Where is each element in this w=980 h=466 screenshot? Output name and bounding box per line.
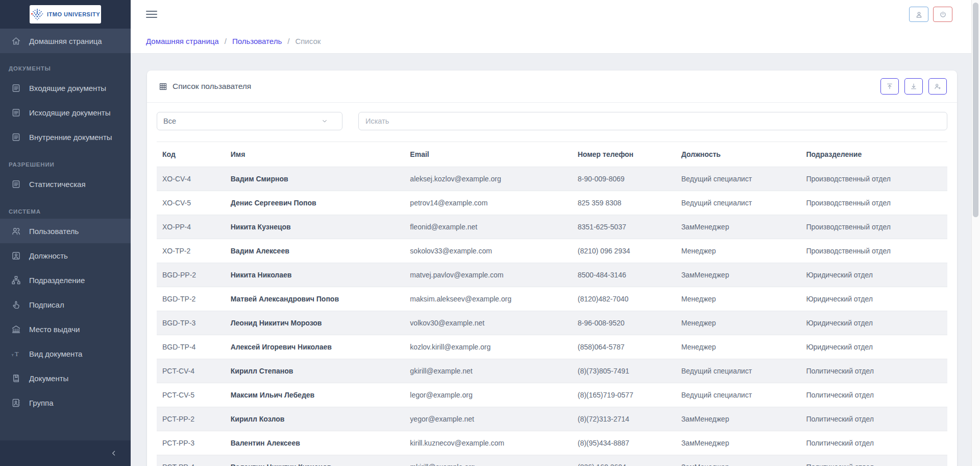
sidebar-section-label: СИСТЕМА	[9, 208, 131, 215]
sidebar-item-statistical[interactable]: Статистическая	[0, 172, 131, 196]
table-row[interactable]: BGD-TP-4Алексей Игоревич Николаевkozlov.…	[157, 335, 947, 359]
column-header-position[interactable]: Должность	[676, 142, 801, 167]
table-row[interactable]: XO-CV-4Вадим Смирновaleksej.kozlov@examp…	[157, 167, 947, 191]
text-type-icon: тТ	[10, 348, 21, 359]
breadcrumb-link-user[interactable]: Пользователь	[232, 37, 282, 45]
column-header-name[interactable]: Имя	[226, 142, 405, 167]
table-header-row: КодИмяEmailНомер телефонДолжностьПодразд…	[157, 142, 947, 167]
sitemap-icon	[10, 274, 21, 286]
cell-position: Менеджер	[676, 239, 801, 263]
sidebar-item-home[interactable]: Домашняя страница	[0, 29, 131, 53]
card-title-text: Список пользавателя	[173, 82, 251, 91]
doc-lines-icon	[10, 107, 21, 118]
sidebar-item-user[interactable]: Пользователь	[0, 219, 131, 243]
sidebar-item-document-type[interactable]: тТВид документа	[0, 341, 131, 366]
logo-text: ITMO UNIVERSITY	[47, 11, 100, 17]
cell-department: Политический отдел	[801, 407, 947, 431]
app-window: ITMO UNIVERSITY Домашняя страница ДОКУМЕ…	[0, 0, 980, 466]
sidebar-item-group[interactable]: Группа	[0, 390, 131, 415]
cell-email: petrov14@example.com	[405, 191, 572, 215]
sidebar-section-label: РАЗРЕШЕНИИ	[9, 161, 131, 168]
sidebar-item-label: Подразделение	[29, 276, 85, 285]
grid-icon	[157, 81, 168, 92]
cell-department: Политический отдел	[801, 359, 947, 383]
sidebar-item-place-of-issue[interactable]: Место выдачи	[0, 317, 131, 341]
scrollbar[interactable]	[971, 0, 980, 466]
power-icon	[937, 9, 948, 20]
itmo-logo[interactable]: ITMO UNIVERSITY	[30, 5, 101, 24]
table-body: XO-CV-4Вадим Смирновaleksej.kozlov@examp…	[157, 167, 947, 466]
sidebar-item-outgoing-documents[interactable]: Исходящие документы	[0, 100, 131, 125]
card-header: Список пользавателя	[147, 71, 957, 103]
cell-phone: 8500-484-3146	[573, 263, 676, 287]
upload-icon	[884, 81, 895, 92]
column-header-email[interactable]: Email	[405, 142, 572, 167]
sidebar-item-label: Пользователь	[29, 227, 79, 236]
logout-button[interactable]	[933, 7, 952, 22]
cell-position: Ведущий специалист	[676, 383, 801, 407]
cell-email: aleksej.kozlov@example.org	[405, 167, 572, 191]
cell-position: Ведущий специалист	[676, 359, 801, 383]
sidebar-item-internal-documents[interactable]: Внутренние документы	[0, 125, 131, 149]
export-button[interactable]	[904, 78, 923, 95]
cell-phone: (8120)482-7040	[573, 287, 676, 311]
card-title: Список пользавателя	[157, 81, 251, 92]
cell-name: Леонид Никитич Морозов	[226, 311, 405, 335]
filter-dropdown-value: Все	[163, 117, 176, 125]
cell-name: Вадим Алексеев	[226, 239, 405, 263]
cell-email: volkov30@example.net	[405, 311, 572, 335]
cell-email: kirill.kuznecov@example.com	[405, 431, 572, 455]
cell-phone: (8210) 096 2934	[573, 239, 676, 263]
scrollbar-thumb[interactable]	[973, 3, 978, 217]
table-row[interactable]: XO-PP-4Никита Кузнецовfleonid@example.ne…	[157, 215, 947, 239]
table-row[interactable]: XO-TP-2Вадим Алексеевsokolov33@example.c…	[157, 239, 947, 263]
cell-name: Никита Кузнецов	[226, 215, 405, 239]
cell-code: PCT-PP-4	[157, 455, 226, 466]
table-row[interactable]: BGD-TP-2Матвей Александрович Поповmaksim…	[157, 287, 947, 311]
table-row[interactable]: BGD-PP-2Никита Николаевmatvej.pavlov@exa…	[157, 263, 947, 287]
cell-position: ЗамМенеджер	[676, 215, 801, 239]
sidebar-item-label: Исходящие документы	[29, 108, 110, 117]
cell-phone: (858)064-5787	[573, 335, 676, 359]
cell-phone: (836) 169 2694	[573, 455, 676, 466]
cell-code: XO-TP-2	[157, 239, 226, 263]
cell-code: BGD-TP-2	[157, 287, 226, 311]
table-row[interactable]: XO-CV-5Денис Сергеевич Поповpetrov14@exa…	[157, 191, 947, 215]
sidebar-collapse-button[interactable]	[108, 448, 119, 459]
breadcrumb-current: Список	[295, 37, 321, 45]
table-row[interactable]: PCT-PP-3Валентин Алексеевkirill.kuznecov…	[157, 431, 947, 455]
cell-department: Политический отдел	[801, 455, 947, 466]
search-input[interactable]	[358, 112, 947, 130]
cell-name: Алексей Игоревич Николаев	[226, 335, 405, 359]
user-list-card: Список пользавателя Все КодИмяEmailНомер…	[147, 71, 957, 466]
cell-phone: (8)(95)434-8887	[573, 431, 676, 455]
sidebar-item-signed[interactable]: Подписал	[0, 292, 131, 317]
table-row[interactable]: PCT-PP-2Кирилл Козловyegor@example.net(8…	[157, 407, 947, 431]
cell-phone: (8)(165)719-0577	[573, 383, 676, 407]
column-header-phone[interactable]: Номер телефон	[573, 142, 676, 167]
column-header-code[interactable]: Код	[157, 142, 226, 167]
cell-name: Никита Николаев	[226, 263, 405, 287]
sidebar-item-position[interactable]: Должность	[0, 243, 131, 268]
add-user-button[interactable]	[928, 78, 947, 95]
sidebar-item-label: Входящие документы	[29, 84, 106, 92]
table-row[interactable]: PCT-PP-4Валентин Никитич Кузнецовmkirill…	[157, 455, 947, 466]
menu-toggle-button[interactable]	[146, 11, 157, 18]
cell-code: BGD-TP-4	[157, 335, 226, 359]
sidebar-item-incoming-documents[interactable]: Входящие документы	[0, 76, 131, 100]
filter-dropdown[interactable]: Все	[157, 112, 342, 130]
cell-email: fleonid@example.net	[405, 215, 572, 239]
user-icon	[913, 9, 924, 20]
table-row[interactable]: BGD-TP-3Леонид Никитич Морозовvolkov30@e…	[157, 311, 947, 335]
profile-button[interactable]	[909, 7, 928, 22]
breadcrumb-link-home[interactable]: Домашняя страница	[146, 37, 219, 45]
table-row[interactable]: PCT-CV-4Кирилл Степановgkirill@example.n…	[157, 359, 947, 383]
sidebar-item-division[interactable]: Подразделение	[0, 268, 131, 292]
sidebar-item-documents[interactable]: Документы	[0, 366, 131, 390]
cell-email: matvej.pavlov@example.com	[405, 263, 572, 287]
import-button[interactable]	[880, 78, 899, 95]
column-header-department[interactable]: Подразделение	[801, 142, 947, 167]
table-row[interactable]: PCT-CV-5Максим Ильич Лебедевlegor@exampl…	[157, 383, 947, 407]
breadcrumb-separator: /	[287, 37, 289, 45]
doc-lines-icon	[10, 131, 21, 143]
